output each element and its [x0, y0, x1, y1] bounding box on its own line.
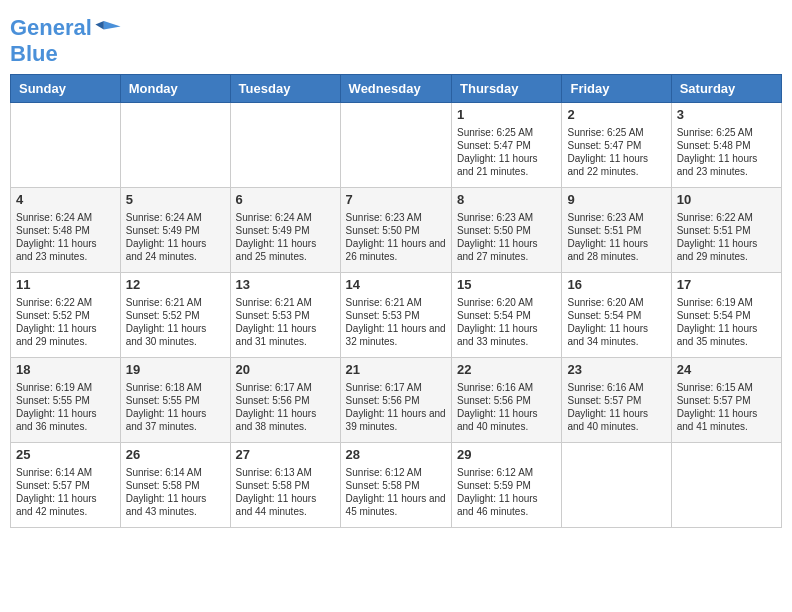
day-info: Sunrise: 6:25 AM Sunset: 5:47 PM Dayligh…: [457, 126, 556, 178]
day-number: 26: [126, 447, 225, 464]
day-info: Sunrise: 6:23 AM Sunset: 5:51 PM Dayligh…: [567, 211, 665, 263]
day-info: Sunrise: 6:19 AM Sunset: 5:55 PM Dayligh…: [16, 381, 115, 433]
day-header-monday: Monday: [120, 75, 230, 103]
calendar-cell: 5Sunrise: 6:24 AM Sunset: 5:49 PM Daylig…: [120, 188, 230, 273]
logo-bird-icon: [94, 14, 122, 42]
calendar-cell: 9Sunrise: 6:23 AM Sunset: 5:51 PM Daylig…: [562, 188, 671, 273]
calendar-cell: 15Sunrise: 6:20 AM Sunset: 5:54 PM Dayli…: [452, 273, 562, 358]
week-row-2: 4Sunrise: 6:24 AM Sunset: 5:48 PM Daylig…: [11, 188, 782, 273]
day-header-saturday: Saturday: [671, 75, 781, 103]
logo: General Blue: [10, 14, 122, 66]
calendar-cell: 24Sunrise: 6:15 AM Sunset: 5:57 PM Dayli…: [671, 358, 781, 443]
day-number: 15: [457, 277, 556, 294]
calendar-cell: 17Sunrise: 6:19 AM Sunset: 5:54 PM Dayli…: [671, 273, 781, 358]
calendar-cell: 16Sunrise: 6:20 AM Sunset: 5:54 PM Dayli…: [562, 273, 671, 358]
day-number: 21: [346, 362, 446, 379]
day-number: 1: [457, 107, 556, 124]
day-number: 8: [457, 192, 556, 209]
calendar-cell: 20Sunrise: 6:17 AM Sunset: 5:56 PM Dayli…: [230, 358, 340, 443]
day-number: 12: [126, 277, 225, 294]
day-header-thursday: Thursday: [452, 75, 562, 103]
day-info: Sunrise: 6:14 AM Sunset: 5:58 PM Dayligh…: [126, 466, 225, 518]
day-info: Sunrise: 6:24 AM Sunset: 5:48 PM Dayligh…: [16, 211, 115, 263]
calendar-cell: 2Sunrise: 6:25 AM Sunset: 5:47 PM Daylig…: [562, 103, 671, 188]
day-info: Sunrise: 6:13 AM Sunset: 5:58 PM Dayligh…: [236, 466, 335, 518]
day-number: 22: [457, 362, 556, 379]
day-number: 6: [236, 192, 335, 209]
day-info: Sunrise: 6:25 AM Sunset: 5:48 PM Dayligh…: [677, 126, 776, 178]
calendar-cell: 28Sunrise: 6:12 AM Sunset: 5:58 PM Dayli…: [340, 443, 451, 528]
day-info: Sunrise: 6:25 AM Sunset: 5:47 PM Dayligh…: [567, 126, 665, 178]
day-info: Sunrise: 6:22 AM Sunset: 5:51 PM Dayligh…: [677, 211, 776, 263]
calendar-cell: 11Sunrise: 6:22 AM Sunset: 5:52 PM Dayli…: [11, 273, 121, 358]
calendar-cell: 26Sunrise: 6:14 AM Sunset: 5:58 PM Dayli…: [120, 443, 230, 528]
day-info: Sunrise: 6:12 AM Sunset: 5:59 PM Dayligh…: [457, 466, 556, 518]
day-number: 14: [346, 277, 446, 294]
day-info: Sunrise: 6:20 AM Sunset: 5:54 PM Dayligh…: [567, 296, 665, 348]
calendar-cell: [120, 103, 230, 188]
day-number: 10: [677, 192, 776, 209]
day-info: Sunrise: 6:20 AM Sunset: 5:54 PM Dayligh…: [457, 296, 556, 348]
svg-marker-0: [104, 21, 121, 29]
calendar-cell: 7Sunrise: 6:23 AM Sunset: 5:50 PM Daylig…: [340, 188, 451, 273]
calendar-cell: 14Sunrise: 6:21 AM Sunset: 5:53 PM Dayli…: [340, 273, 451, 358]
day-info: Sunrise: 6:19 AM Sunset: 5:54 PM Dayligh…: [677, 296, 776, 348]
calendar-cell: 29Sunrise: 6:12 AM Sunset: 5:59 PM Dayli…: [452, 443, 562, 528]
day-info: Sunrise: 6:24 AM Sunset: 5:49 PM Dayligh…: [126, 211, 225, 263]
calendar-cell: 8Sunrise: 6:23 AM Sunset: 5:50 PM Daylig…: [452, 188, 562, 273]
calendar-cell: 25Sunrise: 6:14 AM Sunset: 5:57 PM Dayli…: [11, 443, 121, 528]
day-number: 11: [16, 277, 115, 294]
day-number: 16: [567, 277, 665, 294]
day-header-wednesday: Wednesday: [340, 75, 451, 103]
day-number: 18: [16, 362, 115, 379]
calendar-cell: 18Sunrise: 6:19 AM Sunset: 5:55 PM Dayli…: [11, 358, 121, 443]
calendar-cell: 12Sunrise: 6:21 AM Sunset: 5:52 PM Dayli…: [120, 273, 230, 358]
day-number: 3: [677, 107, 776, 124]
day-number: 13: [236, 277, 335, 294]
day-info: Sunrise: 6:21 AM Sunset: 5:52 PM Dayligh…: [126, 296, 225, 348]
calendar-cell: [671, 443, 781, 528]
week-row-5: 25Sunrise: 6:14 AM Sunset: 5:57 PM Dayli…: [11, 443, 782, 528]
week-row-1: 1Sunrise: 6:25 AM Sunset: 5:47 PM Daylig…: [11, 103, 782, 188]
day-info: Sunrise: 6:24 AM Sunset: 5:49 PM Dayligh…: [236, 211, 335, 263]
logo-blue: Blue: [10, 42, 122, 66]
day-info: Sunrise: 6:17 AM Sunset: 5:56 PM Dayligh…: [346, 381, 446, 433]
calendar-cell: 19Sunrise: 6:18 AM Sunset: 5:55 PM Dayli…: [120, 358, 230, 443]
calendar-cell: [562, 443, 671, 528]
calendar-cell: 13Sunrise: 6:21 AM Sunset: 5:53 PM Dayli…: [230, 273, 340, 358]
calendar-cell: 23Sunrise: 6:16 AM Sunset: 5:57 PM Dayli…: [562, 358, 671, 443]
day-info: Sunrise: 6:21 AM Sunset: 5:53 PM Dayligh…: [236, 296, 335, 348]
day-info: Sunrise: 6:23 AM Sunset: 5:50 PM Dayligh…: [346, 211, 446, 263]
day-header-friday: Friday: [562, 75, 671, 103]
header: General Blue: [10, 10, 782, 66]
day-number: 7: [346, 192, 446, 209]
day-number: 20: [236, 362, 335, 379]
day-info: Sunrise: 6:15 AM Sunset: 5:57 PM Dayligh…: [677, 381, 776, 433]
day-info: Sunrise: 6:17 AM Sunset: 5:56 PM Dayligh…: [236, 381, 335, 433]
day-info: Sunrise: 6:21 AM Sunset: 5:53 PM Dayligh…: [346, 296, 446, 348]
day-info: Sunrise: 6:14 AM Sunset: 5:57 PM Dayligh…: [16, 466, 115, 518]
day-number: 25: [16, 447, 115, 464]
day-info: Sunrise: 6:22 AM Sunset: 5:52 PM Dayligh…: [16, 296, 115, 348]
calendar-cell: 3Sunrise: 6:25 AM Sunset: 5:48 PM Daylig…: [671, 103, 781, 188]
svg-marker-1: [95, 21, 103, 29]
day-info: Sunrise: 6:18 AM Sunset: 5:55 PM Dayligh…: [126, 381, 225, 433]
day-header-tuesday: Tuesday: [230, 75, 340, 103]
calendar-cell: 1Sunrise: 6:25 AM Sunset: 5:47 PM Daylig…: [452, 103, 562, 188]
day-info: Sunrise: 6:23 AM Sunset: 5:50 PM Dayligh…: [457, 211, 556, 263]
day-number: 19: [126, 362, 225, 379]
day-info: Sunrise: 6:16 AM Sunset: 5:57 PM Dayligh…: [567, 381, 665, 433]
calendar-cell: 21Sunrise: 6:17 AM Sunset: 5:56 PM Dayli…: [340, 358, 451, 443]
day-header-sunday: Sunday: [11, 75, 121, 103]
calendar-cell: 22Sunrise: 6:16 AM Sunset: 5:56 PM Dayli…: [452, 358, 562, 443]
day-info: Sunrise: 6:12 AM Sunset: 5:58 PM Dayligh…: [346, 466, 446, 518]
calendar-table: SundayMondayTuesdayWednesdayThursdayFrid…: [10, 74, 782, 528]
calendar-cell: 4Sunrise: 6:24 AM Sunset: 5:48 PM Daylig…: [11, 188, 121, 273]
day-number: 23: [567, 362, 665, 379]
week-row-4: 18Sunrise: 6:19 AM Sunset: 5:55 PM Dayli…: [11, 358, 782, 443]
day-number: 4: [16, 192, 115, 209]
day-number: 24: [677, 362, 776, 379]
day-number: 28: [346, 447, 446, 464]
day-number: 9: [567, 192, 665, 209]
day-info: Sunrise: 6:16 AM Sunset: 5:56 PM Dayligh…: [457, 381, 556, 433]
